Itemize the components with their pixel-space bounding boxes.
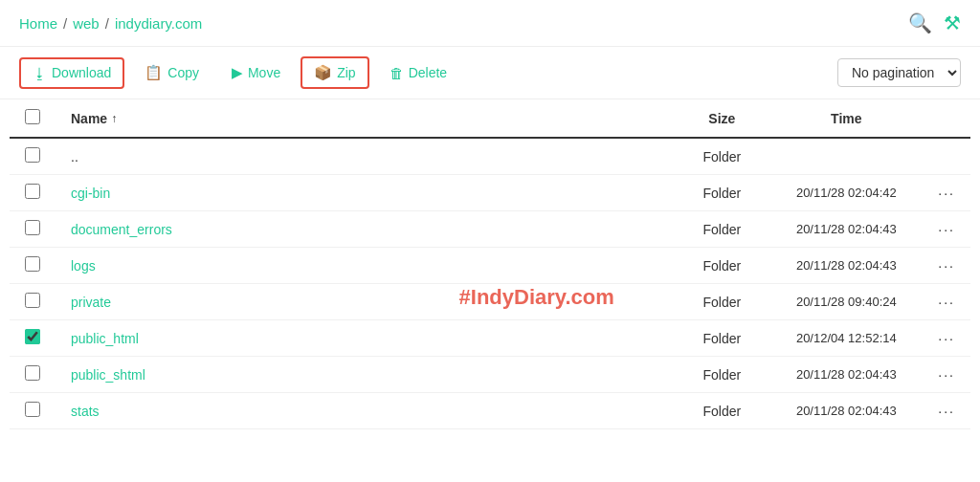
table-row: document_errorsFolder20/11/28 02:04:43··…	[10, 211, 970, 248]
sort-arrow-icon: ↑	[111, 112, 117, 125]
pagination-dropdown: No pagination 10 per page 25 per page 50…	[837, 58, 961, 87]
row-checkbox[interactable]	[25, 402, 40, 417]
file-table-body: ..Foldercgi-binFolder20/11/28 02:04:42··…	[10, 138, 970, 429]
row-checkbox[interactable]	[25, 329, 40, 344]
breadcrumb-web[interactable]: web	[73, 15, 100, 32]
name-column-header[interactable]: Name ↑	[56, 99, 674, 138]
row-size: Folder	[674, 393, 769, 429]
pagination-select[interactable]: No pagination 10 per page 25 per page 50…	[837, 58, 961, 87]
time-column-header: Time	[769, 99, 923, 138]
row-checkbox-cell	[10, 357, 56, 393]
row-actions[interactable]: ···	[923, 320, 970, 357]
breadcrumb-sep1: /	[63, 15, 67, 32]
table-row: logsFolder20/11/28 02:04:43···	[10, 248, 970, 284]
row-name[interactable]: public_html	[56, 320, 674, 357]
header-icons: 🔍 ⚒	[908, 11, 961, 34]
select-all-checkbox[interactable]	[25, 109, 40, 124]
zip-button[interactable]: 📦 Zip	[301, 56, 368, 89]
row-actions[interactable]: ···	[923, 284, 970, 320]
row-size: Folder	[674, 357, 769, 393]
table-row: public_htmlFolder20/12/04 12:52:14···	[10, 320, 970, 357]
table-row: ..Folder	[10, 138, 970, 175]
row-name[interactable]: cgi-bin	[56, 175, 674, 211]
row-checkbox-cell	[10, 284, 56, 320]
row-checkbox[interactable]	[25, 184, 40, 199]
row-name[interactable]: ..	[56, 138, 674, 175]
row-time: 20/11/28 09:40:24	[769, 284, 923, 320]
file-table-container: #IndyDiary.com Name ↑ Size Time ..Folder…	[0, 99, 980, 429]
table-header-row: Name ↑ Size Time	[10, 99, 970, 138]
sitemap-icon[interactable]: ⚒	[944, 11, 961, 34]
row-time: 20/11/28 02:04:43	[769, 248, 923, 284]
table-row: statsFolder20/11/28 02:04:43···	[10, 393, 970, 429]
move-button[interactable]: ▶ Move	[219, 57, 293, 88]
row-checkbox-cell	[10, 248, 56, 284]
zip-icon: 📦	[314, 64, 332, 81]
row-checkbox[interactable]	[25, 293, 40, 308]
row-checkbox[interactable]	[25, 256, 40, 272]
row-actions[interactable]: ···	[923, 211, 970, 248]
row-time: 20/12/04 12:52:14	[769, 320, 923, 357]
row-name[interactable]: logs	[56, 248, 674, 284]
file-table: Name ↑ Size Time ..Foldercgi-binFolder20…	[10, 99, 970, 429]
row-checkbox[interactable]	[25, 220, 40, 235]
trash-icon: 🗑	[390, 65, 404, 81]
breadcrumb-sep2: /	[105, 15, 109, 32]
row-name[interactable]: document_errors	[56, 211, 674, 248]
row-name[interactable]: stats	[56, 393, 674, 429]
row-checkbox-cell	[10, 393, 56, 429]
row-time: 20/11/28 02:04:43	[769, 211, 923, 248]
row-size: Folder	[674, 175, 769, 211]
table-row: cgi-binFolder20/11/28 02:04:42···	[10, 175, 970, 211]
actions-column-header	[923, 99, 970, 138]
move-icon: ▶	[232, 64, 243, 81]
toolbar: ⭳ Download 📋 Copy ▶ Move 📦 Zip 🗑 Delete …	[0, 47, 980, 99]
row-name[interactable]: public_shtml	[56, 357, 674, 393]
row-time: 20/11/28 02:04:42	[769, 175, 923, 211]
row-size: Folder	[674, 211, 769, 248]
select-all-checkbox-header	[10, 99, 56, 138]
row-size: Folder	[674, 284, 769, 320]
download-icon: ⭳	[33, 65, 47, 81]
row-size: Folder	[674, 320, 769, 357]
delete-button[interactable]: 🗑 Delete	[377, 58, 459, 88]
row-checkbox[interactable]	[25, 147, 40, 163]
breadcrumb-current[interactable]: indydiary.com	[115, 15, 202, 32]
table-row: public_shtmlFolder20/11/28 02:04:43···	[10, 357, 970, 393]
row-time: 20/11/28 02:04:43	[769, 357, 923, 393]
row-time: 20/11/28 02:04:43	[769, 393, 923, 429]
row-checkbox-cell	[10, 320, 56, 357]
row-actions[interactable]: ···	[923, 357, 970, 393]
row-checkbox-cell	[10, 211, 56, 248]
copy-button[interactable]: 📋 Copy	[132, 57, 212, 88]
row-checkbox-cell	[10, 138, 56, 175]
row-actions[interactable]: ···	[923, 393, 970, 429]
table-row: privateFolder20/11/28 09:40:24···	[10, 284, 970, 320]
copy-icon: 📋	[145, 64, 163, 81]
download-button[interactable]: ⭳ Download	[19, 57, 124, 89]
row-time	[769, 138, 923, 175]
search-icon[interactable]: 🔍	[908, 11, 932, 34]
row-actions[interactable]	[923, 138, 970, 175]
header: Home / web / indydiary.com 🔍 ⚒	[0, 0, 980, 47]
breadcrumb-home[interactable]: Home	[19, 15, 57, 32]
size-column-header: Size	[674, 99, 769, 138]
row-actions[interactable]: ···	[923, 248, 970, 284]
row-checkbox-cell	[10, 175, 56, 211]
row-size: Folder	[674, 248, 769, 284]
row-size: Folder	[674, 138, 769, 175]
row-checkbox[interactable]	[25, 365, 40, 381]
breadcrumb: Home / web / indydiary.com	[19, 15, 202, 32]
row-name[interactable]: private	[56, 284, 674, 320]
row-actions[interactable]: ···	[923, 175, 970, 211]
